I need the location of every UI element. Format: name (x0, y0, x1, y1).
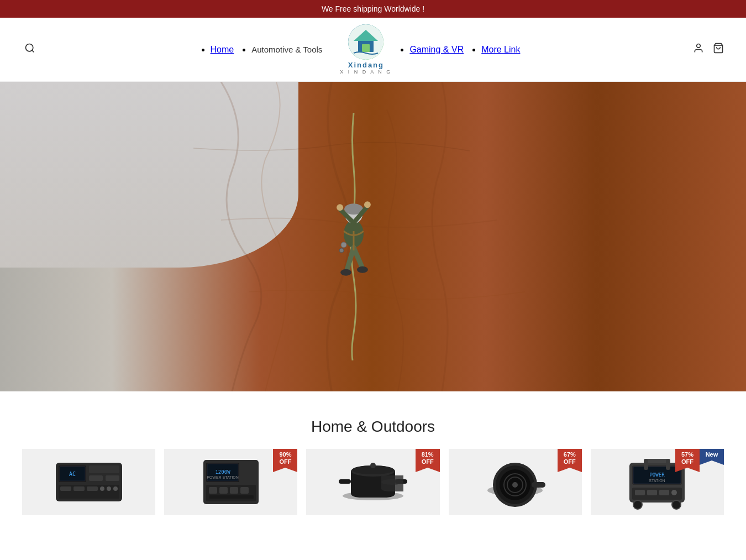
discount-badge: 67% OFF (558, 449, 582, 468)
main-nav: Home Automotive & Tools (211, 24, 521, 75)
nav-link-gaming[interactable]: Gaming & VR (409, 45, 464, 54)
svg-rect-32 (87, 486, 98, 491)
svg-rect-26 (89, 465, 119, 473)
product-image-area: 67% OFF (449, 449, 582, 515)
svg-rect-71 (671, 490, 677, 495)
svg-text:POWER: POWER (650, 472, 665, 478)
product-card[interactable]: 1200W POWER STATION 90% OFF (164, 449, 297, 524)
announcement-bar: We Free shipping Worldwide ! (0, 0, 746, 18)
nav-link-more[interactable]: More Link (481, 45, 520, 54)
product-image-area: AC (22, 449, 155, 515)
svg-rect-74 (646, 459, 668, 463)
search-icon (24, 45, 35, 56)
product-card[interactable]: 81% OFF (306, 449, 439, 524)
logo-circle (348, 24, 383, 60)
nav-list-right: Gaming & VR More Link (409, 45, 520, 55)
account-button[interactable] (693, 43, 704, 56)
cart-icon (713, 45, 724, 56)
nav-link-automotive[interactable]: Automotive & Tools (251, 45, 322, 54)
hero-section (0, 82, 746, 391)
svg-point-73 (672, 500, 681, 509)
svg-text:1200W: 1200W (215, 469, 230, 475)
svg-line-1 (32, 50, 34, 53)
product-card[interactable]: POWER STATION New (591, 449, 724, 524)
svg-text:AC: AC (69, 471, 76, 477)
svg-rect-69 (647, 490, 657, 495)
section-title-area: Home & Outdoors (0, 391, 746, 449)
product-image-4 (482, 454, 548, 510)
product-card[interactable]: AC (22, 449, 155, 524)
svg-rect-43 (219, 487, 228, 494)
svg-rect-30 (60, 486, 71, 491)
logo-text: Xindang X I N D A N G (340, 61, 392, 75)
cart-button[interactable] (713, 43, 724, 56)
svg-point-17 (340, 269, 351, 276)
home-outdoors-section: Home & Outdoors AC (0, 391, 746, 546)
product-card[interactable]: 67% OFF (449, 449, 582, 524)
search-button[interactable] (22, 40, 38, 59)
svg-rect-35 (113, 486, 118, 491)
svg-point-72 (633, 500, 642, 509)
header-right (693, 43, 724, 56)
product-image-area: 1200W POWER STATION 90% OFF (164, 449, 297, 515)
svg-point-6 (697, 44, 701, 48)
svg-rect-45 (240, 487, 249, 494)
svg-rect-46 (209, 495, 254, 499)
products-grid: AC (0, 449, 746, 546)
hero-image (0, 82, 746, 391)
nav-list: Home Automotive & Tools (211, 45, 323, 55)
svg-rect-34 (107, 486, 111, 491)
svg-point-21 (339, 248, 344, 253)
nav-item-automotive[interactable]: Automotive & Tools (251, 45, 322, 54)
account-icon (693, 45, 704, 56)
svg-line-16 (354, 248, 362, 267)
svg-point-58 (512, 482, 518, 488)
product-image-3 (334, 454, 412, 510)
svg-rect-31 (73, 486, 85, 491)
svg-rect-49 (339, 479, 351, 484)
svg-point-18 (357, 266, 368, 273)
svg-text:POWER STATION: POWER STATION (207, 475, 239, 479)
product-image-area: 81% OFF (306, 449, 439, 515)
svg-rect-68 (635, 490, 645, 495)
section-title: Home & Outdoors (0, 418, 746, 436)
nav-link-home[interactable]: Home (211, 45, 234, 54)
svg-point-13 (337, 204, 343, 211)
svg-rect-5 (362, 44, 370, 52)
discount-badge: 81% OFF (416, 449, 440, 468)
svg-rect-59 (532, 482, 545, 488)
svg-text:STATION: STATION (649, 479, 665, 483)
svg-rect-33 (100, 486, 104, 491)
header-left (22, 40, 38, 59)
svg-rect-44 (230, 487, 238, 494)
svg-rect-42 (209, 487, 217, 494)
svg-point-20 (341, 242, 346, 248)
site-header: Home Automotive & Tools (0, 18, 746, 82)
svg-rect-70 (659, 490, 669, 495)
discount-badge: 57% OFF (675, 449, 700, 468)
new-badge: New (700, 449, 724, 460)
announcement-text: We Free shipping Worldwide ! (322, 4, 424, 13)
logo-wrapper[interactable]: Xindang X I N D A N G (340, 24, 392, 75)
nav-item-gaming[interactable]: Gaming & VR (409, 45, 464, 55)
svg-rect-28 (106, 475, 119, 481)
svg-point-0 (26, 44, 33, 51)
nav-item-more[interactable]: More Link (481, 45, 520, 55)
svg-rect-76 (666, 459, 670, 470)
svg-point-14 (364, 201, 371, 208)
nav-item-home[interactable]: Home (211, 45, 234, 55)
discount-badge: 90% OFF (273, 449, 297, 468)
product-image-area: POWER STATION New (591, 449, 724, 515)
hero-climber (298, 113, 409, 360)
svg-point-52 (370, 463, 376, 468)
product-image-1: AC (50, 454, 128, 510)
svg-rect-75 (644, 459, 648, 470)
product-image-2: 1200W POWER STATION (195, 454, 267, 510)
svg-rect-27 (89, 475, 103, 481)
